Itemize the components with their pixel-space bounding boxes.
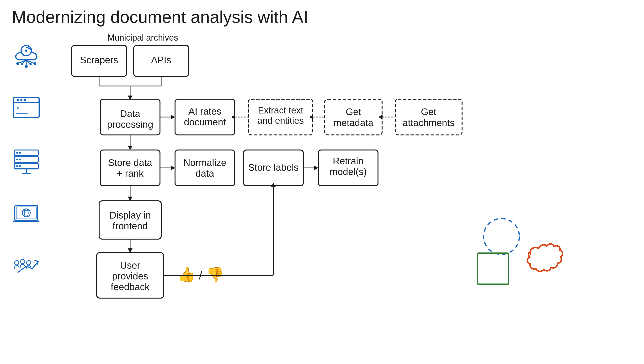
cloud-network-icon (12, 40, 40, 69)
svg-text:Get: Get (421, 106, 436, 117)
svg-text:provides: provides (112, 271, 148, 281)
left-icons-column: >_ (12, 40, 40, 280)
svg-text:feedback: feedback (111, 282, 150, 292)
svg-point-26 (16, 158, 18, 160)
svg-marker-74 (128, 146, 132, 150)
laptop-globe-icon (12, 198, 40, 227)
svg-marker-79 (171, 166, 175, 170)
svg-text:Store labels: Store labels (248, 162, 298, 173)
svg-point-107 (484, 218, 519, 254)
svg-point-24 (16, 152, 18, 154)
svg-text:👎: 👎 (206, 266, 224, 283)
svg-text:User: User (120, 260, 140, 270)
svg-marker-91 (128, 196, 132, 201)
svg-text:Data: Data (120, 108, 140, 119)
terminal-icon: >_ (12, 93, 40, 122)
svg-point-25 (19, 152, 21, 154)
main-diagram: Municipal archives Scrapers APIs Data pr… (48, 29, 635, 351)
svg-text:Normalize: Normalize (184, 158, 226, 168)
svg-text:document: document (184, 117, 226, 127)
svg-text:metadata: metadata (334, 118, 374, 128)
svg-text:Extract text: Extract text (258, 105, 303, 115)
svg-text:Display in: Display in (109, 210, 151, 220)
svg-rect-65 (325, 99, 382, 135)
svg-text:data: data (196, 168, 214, 179)
svg-rect-70 (395, 99, 462, 135)
svg-marker-96 (128, 248, 132, 253)
svg-text:processing: processing (107, 119, 153, 130)
svg-rect-108 (478, 253, 508, 284)
svg-marker-86 (314, 166, 318, 170)
svg-text:model(s): model(s) (330, 166, 367, 177)
svg-point-39 (20, 260, 25, 264)
svg-point-38 (14, 260, 19, 265)
svg-text:Scrapers: Scrapers (80, 55, 118, 65)
municipal-label: Municipal archives (108, 33, 178, 42)
svg-text:frontend: frontend (113, 221, 148, 231)
svg-text:and entities: and entities (258, 116, 304, 126)
svg-text:APIs: APIs (151, 55, 171, 65)
team-growth-icon (12, 251, 40, 280)
database-icon (12, 146, 40, 174)
svg-text:attachments: attachments (402, 118, 455, 128)
page-title: Modernizing document analysis with AI (12, 7, 308, 27)
svg-text:Get: Get (346, 106, 361, 117)
svg-point-29 (19, 165, 21, 167)
svg-text:>_: >_ (16, 104, 23, 111)
svg-rect-75 (100, 150, 160, 186)
svg-point-16 (24, 99, 26, 101)
svg-point-28 (16, 165, 18, 167)
svg-text:Retrain: Retrain (333, 156, 364, 166)
svg-marker-54 (171, 115, 175, 120)
svg-text:+ rank: + rank (117, 168, 144, 179)
svg-point-40 (26, 260, 31, 265)
svg-point-27 (19, 158, 21, 160)
svg-point-1 (25, 50, 28, 52)
svg-text:AI rates: AI rates (188, 106, 221, 116)
svg-point-14 (16, 99, 19, 101)
svg-text:👍: 👍 (178, 266, 195, 283)
svg-rect-80 (175, 150, 235, 186)
svg-text:Store data: Store data (108, 158, 152, 168)
svg-point-15 (20, 99, 23, 101)
